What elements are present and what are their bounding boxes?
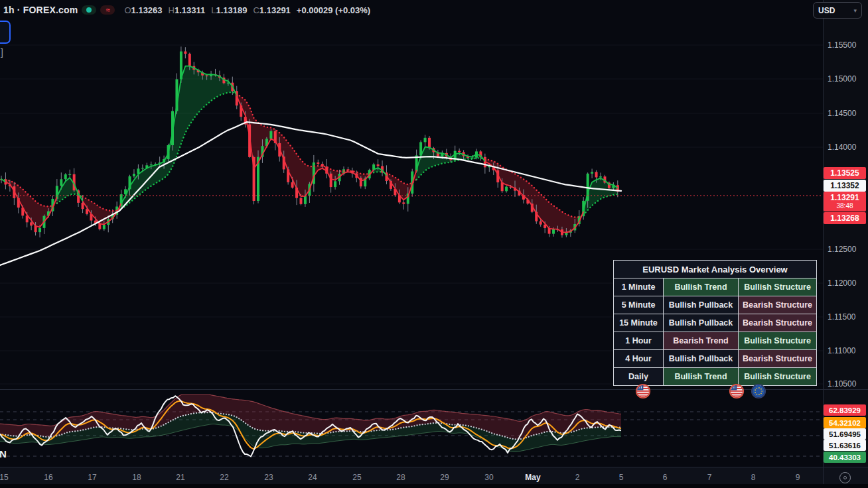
price-mark-badge: 1.13352 xyxy=(824,180,866,192)
price-chart-canvas[interactable] xyxy=(0,0,868,488)
oscillator-value-badge: 40.43303 xyxy=(824,452,866,463)
time-axis-label: 7 xyxy=(707,473,712,482)
oscillator-value-badge: 62.83929 xyxy=(824,404,866,416)
oscillator-value-badge: 51.69495 xyxy=(824,428,866,440)
oscillator-label-fragment: N xyxy=(0,448,7,459)
market-analysis-table: EURUSD Market Analysis Overview1 MinuteB… xyxy=(613,260,817,386)
trend-cell: Bullish Pullback xyxy=(664,314,739,332)
time-axis-label: 22 xyxy=(220,473,228,482)
trend-cell: Bullish Trend xyxy=(664,278,739,296)
price-axis-label: 1.11500 xyxy=(828,312,866,322)
time-axis-label: 23 xyxy=(264,473,273,482)
price-mark-badge: 1.13268 xyxy=(824,212,866,224)
high-label: H xyxy=(169,5,175,15)
bear-wave-icon: ≈ xyxy=(106,7,109,14)
ohlc-readout: O1.13263H1.13311L1.13189C1.13291+0.00029… xyxy=(124,5,370,15)
chart-header: · 1h · FOREX.com ≈ O1.13263H1.13311L1.13… xyxy=(0,0,816,20)
time-axis-label: 28 xyxy=(396,473,405,482)
open-label: O xyxy=(124,5,131,15)
time-axis-label: 30 xyxy=(484,473,493,482)
timeframe-cell: 15 Minute xyxy=(614,314,664,332)
symbol-title[interactable]: · 1h · FOREX.com xyxy=(0,5,78,15)
structure-cell: Bearish Structure xyxy=(739,314,817,332)
structure-cell: Bullish Structure xyxy=(739,332,817,350)
price-axis-label: 1.14000 xyxy=(828,143,866,152)
low-value: 1.13189 xyxy=(216,5,247,15)
currency-dropdown[interactable]: USD ▾ xyxy=(813,2,862,19)
time-axis-label: 6 xyxy=(663,473,668,482)
time-axis-label: 21 xyxy=(176,473,184,482)
time-axis-label: 8 xyxy=(751,473,756,482)
trend-cell: Bullish Pullback xyxy=(664,350,739,368)
current-price-badge: 1.1329138:48 xyxy=(824,192,866,212)
analysis-table-row: 4 HourBullish PullbackBearish Structure xyxy=(614,350,817,368)
timeframe-cell: 5 Minute xyxy=(614,296,664,314)
time-axis-label: 9 xyxy=(796,473,800,482)
price-axis-label: 1.15500 xyxy=(828,40,866,50)
chevron-down-icon: ▾ xyxy=(853,7,857,14)
price-axis-label: 1.12000 xyxy=(828,278,866,288)
time-axis-label: 25 xyxy=(352,473,361,482)
time-axis-label: 17 xyxy=(88,473,96,482)
time-settings-icon[interactable] xyxy=(839,472,851,483)
oscillator-value-badge: 51.63616 xyxy=(824,440,866,451)
price-axis-label: 1.12500 xyxy=(828,245,866,254)
bearish-visibility-toggle[interactable]: ≈ xyxy=(100,5,115,15)
time-axis-label: 15 xyxy=(0,473,9,482)
trend-cell: Bearish Trend xyxy=(664,332,739,350)
open-value: 1.13263 xyxy=(131,5,163,15)
timeframe-cell: 4 Hour xyxy=(614,350,664,368)
time-axis-label: 16 xyxy=(44,473,52,482)
analysis-table-row: 1 MinuteBullish TrendBullish Structure xyxy=(614,278,817,296)
time-axis-label: May xyxy=(525,473,540,482)
trend-cell: Bullish Pullback xyxy=(664,296,739,314)
price-axis-label: 1.15000 xyxy=(828,74,866,84)
indicator-label-fragment: ] xyxy=(1,47,3,58)
timeframe-cell: 1 Hour xyxy=(614,332,664,350)
trading-chart-app: · 1h · FOREX.com ≈ O1.13263H1.13311L1.13… xyxy=(0,0,868,488)
time-axis-label: 5 xyxy=(619,473,624,482)
change-value: +0.00029 (+0.03%) xyxy=(297,5,370,15)
price-mark-badge: 1.13525 xyxy=(824,167,866,179)
bull-dot-icon xyxy=(86,7,92,13)
bullish-visibility-toggle[interactable] xyxy=(82,5,96,15)
time-axis-label: 2 xyxy=(575,473,580,482)
price-axis-label: 1.14500 xyxy=(828,109,866,118)
price-axis-label: 1.11000 xyxy=(828,346,866,355)
analysis-table-title: EURUSD Market Analysis Overview xyxy=(614,261,817,278)
high-value: 1.13311 xyxy=(175,5,205,15)
structure-cell: Bullish Structure xyxy=(739,278,817,296)
close-label: C xyxy=(253,5,259,15)
price-axis-label: 1.10500 xyxy=(828,379,866,389)
analysis-table-row: 5 MinuteBullish PullbackBearish Structur… xyxy=(614,296,817,314)
time-axis-label: 18 xyxy=(132,473,141,482)
bar-countdown: 38:48 xyxy=(836,202,853,210)
analysis-table-row: 15 MinuteBullish PullbackBearish Structu… xyxy=(614,314,817,332)
analysis-table-row: 1 HourBearish TrendBullish Structure xyxy=(614,332,817,350)
trend-cell: Bullish Trend xyxy=(664,368,739,386)
oscillator-value-badge: 54.32102 xyxy=(824,417,866,428)
time-axis-label: 29 xyxy=(440,473,449,482)
structure-cell: Bearish Structure xyxy=(739,296,817,314)
timeframe-cell: 1 Minute xyxy=(614,278,664,296)
currency-value: USD xyxy=(818,6,835,15)
time-axis-label: 24 xyxy=(308,473,317,482)
toolbar-button-fragment[interactable] xyxy=(0,21,11,44)
close-value: 1.13291 xyxy=(259,5,291,15)
structure-cell: Bearish Structure xyxy=(739,350,817,368)
